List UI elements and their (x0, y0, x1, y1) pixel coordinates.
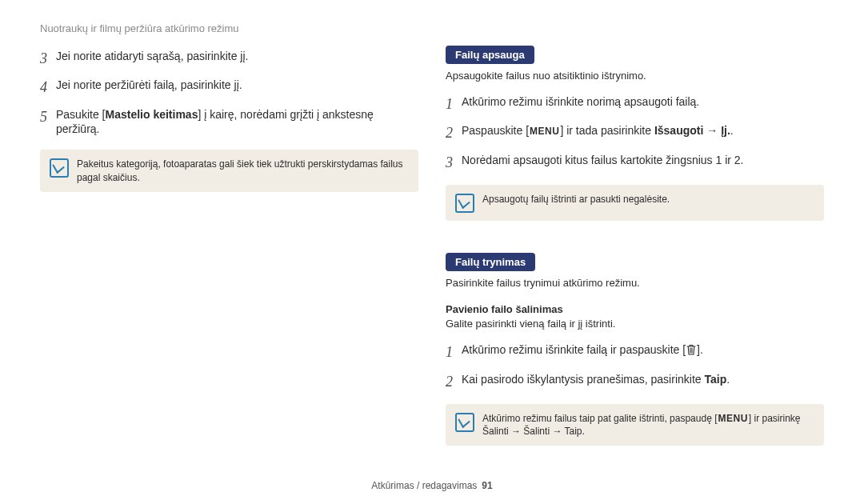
step-number: 3 (446, 153, 462, 172)
note-text: Atkūrimo režimu failus taip pat galite i… (482, 412, 814, 438)
step-text: Jei norite peržiūrėti failą, pasirinkite… (56, 78, 418, 97)
sub-heading: Pavienio failo šalinimas (446, 303, 824, 315)
step-number: 1 (446, 94, 462, 114)
page-footer: Atkūrimas / redagavimas91 (40, 474, 824, 491)
step-text: Atkūrimo režimu išrinkite norimą apsaugo… (462, 94, 824, 114)
left-column: 3 Jei norite atidaryti sąrašą, pasirinki… (40, 44, 418, 474)
footer-text: Atkūrimas / redagavimas (371, 480, 477, 491)
protect-step-2: 2 Paspauskite [MENU] ir tada pasirinkite… (446, 123, 824, 142)
step-4: 4 Jei norite peržiūrėti failą, pasirinki… (40, 78, 418, 97)
step-5: 5 Pasukite [Mastelio keitimas] į kairę, … (40, 107, 418, 138)
protect-step-3: 3 Norėdami apsaugoti kitus failus kartok… (446, 153, 824, 172)
note-icon (455, 413, 474, 432)
protect-step-1: 1 Atkūrimo režimu išrinkite norimą apsau… (446, 94, 824, 114)
note-icon (455, 194, 474, 213)
section-header: Nuotraukų ir filmų peržiūra atkūrimo rež… (40, 22, 824, 34)
step-text: Jei norite atidaryti sąrašą, pasirinkite… (56, 49, 418, 68)
section-desc: Pasirinkite failus trynimui atkūrimo rež… (446, 276, 824, 290)
note-text: Apsaugotų failų ištrinti ar pasukti nega… (482, 193, 814, 213)
note-icon (50, 158, 69, 178)
menu-key-icon: MENU (718, 412, 747, 425)
note-box: Apsaugotų failų ištrinti ar pasukti nega… (446, 185, 824, 221)
section-pill-delete: Failų trynimas (446, 253, 535, 271)
step-text: Atkūrimo režimu išrinkite failą ir paspa… (462, 342, 824, 362)
note-box: Atkūrimo režimu failus taip pat galite i… (446, 404, 824, 446)
section-pill-protect: Failų apsauga (446, 46, 534, 64)
step-number: 3 (40, 49, 56, 68)
menu-key-icon: MENU (530, 125, 559, 138)
sub-desc: Galite pasirinkti vieną failą ir jį ištr… (446, 317, 824, 331)
step-number: 5 (40, 107, 56, 138)
step-3: 3 Jei norite atidaryti sąrašą, pasirinki… (40, 49, 418, 68)
note-text: Pakeitus kategoriją, fotoaparatas gali š… (77, 158, 409, 183)
step-text: Pasukite [Mastelio keitimas] į kairę, no… (56, 107, 418, 138)
step-number: 4 (40, 78, 56, 97)
delete-step-1: 1 Atkūrimo režimu išrinkite failą ir pas… (446, 342, 824, 362)
step-number: 1 (446, 342, 462, 362)
delete-step-2: 2 Kai pasirodo iškylantysis pranešimas, … (446, 372, 824, 391)
right-column: Failų apsauga Apsaugokite failus nuo ats… (446, 44, 824, 474)
step-number: 2 (446, 372, 462, 391)
section-desc: Apsaugokite failus nuo atsitiktinio ištr… (446, 69, 824, 83)
page-number: 91 (482, 480, 492, 491)
step-text: Norėdami apsaugoti kitus failus kartokit… (462, 153, 824, 172)
step-text: Kai pasirodo iškylantysis pranešimas, pa… (462, 372, 824, 391)
step-number: 2 (446, 123, 462, 142)
note-box: Pakeitus kategoriją, fotoaparatas gali š… (40, 150, 418, 191)
step-text: Paspauskite [MENU] ir tada pasirinkite I… (462, 123, 824, 142)
trash-icon (686, 344, 696, 359)
